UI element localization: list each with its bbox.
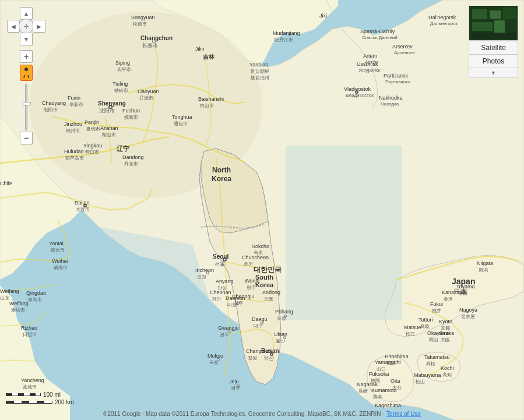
map-background [0,0,524,420]
svg-rect-12 [472,33,516,39]
photos-label: Photos [483,57,504,65]
zoom-out-button[interactable]: − [20,132,33,144]
scale-graphic-200km [6,401,52,404]
svg-rect-9 [472,22,493,31]
scale-line-1: 100 mi [6,391,74,398]
pan-right-button[interactable]: ▶ [33,20,45,33]
pan-center-button[interactable]: ✛ [19,19,34,34]
pegman-button[interactable] [20,65,33,81]
scale-bar: 100 mi 200 km [6,391,74,405]
map-type-panel: Satellite Photos ▼ [469,6,518,78]
map-footer: ©2011 Google · Map data ©2011 Europa Tec… [0,411,524,417]
zoom-in-button[interactable]: + [20,50,33,63]
dropdown-arrow-icon: ▼ [491,70,496,76]
pan-down-button[interactable]: ▼ [20,33,33,45]
svg-rect-6 [472,9,487,19]
satellite-label: Satellite [481,44,506,52]
scale-label-200km: 200 km [55,399,74,405]
zoom-track[interactable] [25,84,27,130]
photos-button[interactable]: Photos [469,55,518,68]
scale-line-2: 200 km [6,399,74,405]
map-controls: ▲ ◀ ✛ ▶ ▼ + − [6,6,47,144]
pan-control[interactable]: ▲ ◀ ✛ ▶ ▼ [6,6,47,47]
svg-rect-8 [503,8,516,19]
photos-dropdown[interactable]: ▼ [469,68,518,78]
satellite-button[interactable]: Satellite [469,41,518,55]
zoom-control: + − [20,50,33,144]
pan-up-button[interactable]: ▲ [20,7,33,20]
copyright-text: ©2011 Google · Map data ©2011 Europa Tec… [103,411,384,417]
scale-label-100mi: 100 mi [43,391,61,398]
satellite-thumbnail [469,6,518,41]
zoom-thumb[interactable] [23,102,31,105]
scale-graphic-100mi [6,393,41,396]
svg-rect-10 [494,20,505,33]
svg-rect-3 [286,146,402,320]
map-container[interactable]: Seoul 서울 Incheon 인천 Busan 부산 Daegu 대구 Gw… [0,0,524,420]
pan-left-button[interactable]: ◀ [7,20,20,33]
svg-rect-11 [506,22,516,33]
svg-rect-7 [490,10,501,19]
svg-point-4 [24,68,28,71]
terms-of-use-link[interactable]: Terms of Use [386,411,421,417]
